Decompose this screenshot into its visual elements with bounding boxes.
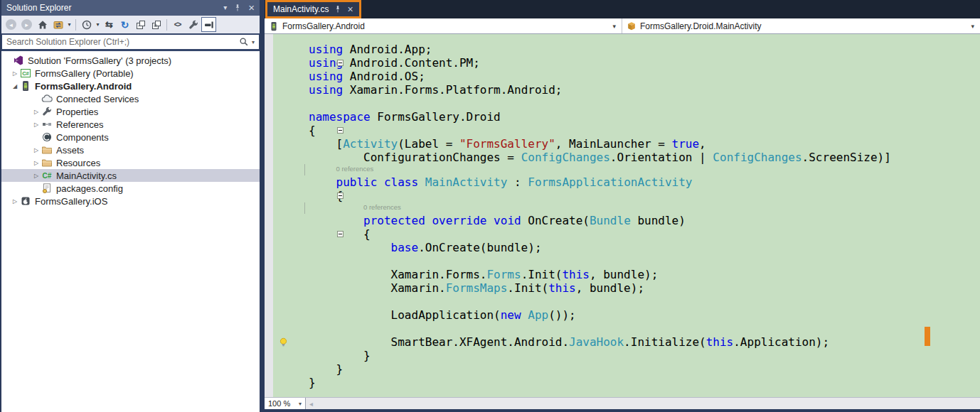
collapse-all-button[interactable] <box>133 17 148 32</box>
tree-item-components[interactable]: Components <box>1 131 260 143</box>
code-token: : <box>507 175 528 189</box>
codelens-label[interactable]: 0 references <box>336 165 374 173</box>
view-code-button[interactable]: <> <box>170 17 185 32</box>
code-token: class <box>384 175 418 189</box>
code-line-23[interactable]: SmartBear.XFAgent.Android.JavaHook.Initi… <box>273 335 980 349</box>
code-token <box>486 214 494 227</box>
tree-item-solution-formsgallery-3-projects[interactable]: Solution 'FormsGallery' (3 projects) <box>1 54 260 67</box>
code-token: .Orientation | <box>610 151 713 164</box>
code-line-12[interactable]: { <box>273 189 980 202</box>
window-position-dropdown-icon[interactable]: ▾ <box>223 4 227 11</box>
code-line-8[interactable]: [Activity(Label = "FormsGallery", MainLa… <box>273 137 980 151</box>
refresh-button[interactable]: ↻ <box>117 17 132 32</box>
close-icon[interactable]: × <box>248 4 255 12</box>
expander-collapsed-icon[interactable]: ▷ <box>31 121 41 128</box>
switch-views-button[interactable]: ⇆ <box>102 17 117 32</box>
codelens-references[interactable]: 0 references <box>273 164 980 175</box>
tree-item-connected-services[interactable]: Connected Services <box>1 92 260 105</box>
tree-item-packages-config[interactable]: packages.config <box>1 182 260 195</box>
code-line-25[interactable]: } <box>273 362 980 376</box>
panel-splitter[interactable] <box>260 0 265 412</box>
pin-icon[interactable] <box>334 5 342 13</box>
expander-expanded-icon[interactable]: ◢ <box>10 83 20 90</box>
code-line-4[interactable]: using Xamarin.Forms.Platform.Android; <box>273 83 980 97</box>
code-line-18[interactable]: Xamarin.Forms.Forms.Init(this, bundle); <box>273 268 980 281</box>
code-token: .Init( <box>521 268 563 281</box>
fold-guide-line <box>304 202 305 214</box>
forward-button[interactable]: ▸ <box>19 17 34 32</box>
code-token: override <box>432 214 486 227</box>
preview-selected-items-button[interactable] <box>201 17 216 32</box>
code-line-21[interactable]: LoadApplication(new App()); <box>273 308 980 322</box>
tab-mainactivity[interactable]: MainActivity.cs × <box>265 0 361 18</box>
expander-collapsed-icon[interactable]: ▷ <box>31 160 41 166</box>
csfile-icon <box>41 170 53 181</box>
search-icon[interactable] <box>239 37 249 47</box>
code-token: using <box>309 83 343 97</box>
type-dropdown[interactable]: FormsGallery.Droid.MainActivity ▾ <box>622 18 980 33</box>
code-line-11[interactable]: public class MainActivity : FormsApplica… <box>273 175 980 189</box>
code-line-19[interactable]: Xamarin.FormsMaps.Init(this, bundle); <box>273 281 980 295</box>
horizontal-scrollbar[interactable]: ◂ <box>306 398 980 409</box>
scroll-left-icon[interactable]: ◂ <box>309 400 313 408</box>
code-line-7[interactable]: { <box>273 124 980 137</box>
fold-collapse-box[interactable] <box>337 193 343 199</box>
code-line-22[interactable] <box>273 322 980 335</box>
code-line-1[interactable]: using Android.App; <box>273 43 980 56</box>
home-button[interactable] <box>35 17 50 32</box>
expander-collapsed-icon[interactable]: ▷ <box>31 147 41 153</box>
expander-collapsed-icon[interactable]: ▷ <box>10 198 20 205</box>
tree-item-properties[interactable]: ▷Properties <box>1 105 260 118</box>
solution-explorer-titlebar[interactable]: Solution Explorer ▾ × <box>1 0 260 16</box>
code-line-2[interactable]: using Android.Content.PM; <box>273 56 980 70</box>
fold-collapse-box[interactable] <box>337 231 343 237</box>
code-line-26[interactable]: } <box>273 376 980 389</box>
pin-icon[interactable] <box>233 4 242 12</box>
fold-collapse-box[interactable] <box>337 127 343 134</box>
code-line-3[interactable]: using Android.OS; <box>273 70 980 83</box>
back-button[interactable]: ◂ <box>4 17 18 32</box>
code-line-14[interactable]: protected override void OnCreate(Bundle … <box>273 214 980 227</box>
zoom-selector[interactable]: 100 % ▾ <box>265 398 306 409</box>
code-line-16[interactable]: base.OnCreate(bundle); <box>273 241 980 254</box>
close-icon[interactable]: × <box>347 5 353 13</box>
search-input[interactable]: Search Solution Explorer (Ctrl+;) ▾ <box>2 35 259 49</box>
chevron-down-icon[interactable]: ▾ <box>66 21 73 28</box>
code-line-24[interactable]: } <box>273 349 980 362</box>
sync-with-active-document-button[interactable] <box>50 17 65 32</box>
tree-item-label: Assets <box>56 145 84 156</box>
tree-item-references[interactable]: ▷References <box>1 118 260 131</box>
chevron-down-icon[interactable]: ▾ <box>252 39 255 45</box>
fold-collapse-box[interactable] <box>337 60 343 66</box>
tree-item-mainactivity-cs[interactable]: ▷MainActivity.cs <box>1 169 260 182</box>
code-line-20[interactable] <box>273 295 980 308</box>
tree-item-resources[interactable]: ▷Resources <box>1 156 260 169</box>
code-line-6[interactable]: namespace FormsGallery.Droid <box>273 110 980 124</box>
code-token: ConfigChanges <box>521 151 610 164</box>
codelens-label[interactable]: 0 references <box>363 203 401 211</box>
expander-collapsed-icon[interactable]: ▷ <box>10 70 20 77</box>
code-token: App <box>528 308 548 322</box>
tree-item-label: FormsGallery.Android <box>35 81 132 92</box>
show-all-files-button[interactable] <box>149 17 164 32</box>
code-line-17[interactable] <box>273 254 980 268</box>
tree-item-assets[interactable]: ▷Assets <box>1 143 260 156</box>
tree-item-formsgallery-android[interactable]: ◢FormsGallery.Android <box>1 80 260 92</box>
code-token: { <box>309 124 316 137</box>
project-dropdown[interactable]: FormsGallery.Android ▾ <box>265 18 622 33</box>
expander-collapsed-icon[interactable]: ▷ <box>31 109 41 115</box>
chevron-down-icon[interactable]: ▾ <box>95 21 101 28</box>
preview-icon <box>203 19 215 31</box>
tree-item-formsgallery-portable[interactable]: ▷FormsGallery (Portable) <box>1 67 260 80</box>
tree-item-label: Components <box>56 132 109 143</box>
code-line-15[interactable]: { <box>273 227 980 241</box>
tree-item-formsgallery-ios[interactable]: ▷FormsGallery.iOS <box>1 195 260 207</box>
expander-collapsed-icon[interactable]: ▷ <box>31 173 41 179</box>
properties-button[interactable] <box>186 17 201 32</box>
codelens-references[interactable]: 0 references <box>273 202 980 214</box>
pending-changes-filter-button[interactable] <box>79 17 94 32</box>
code-line-5[interactable] <box>273 97 980 110</box>
code-line-9[interactable]: ConfigurationChanges = ConfigChanges.Ori… <box>273 151 980 164</box>
back-icon: ◂ <box>6 19 16 30</box>
tree-item-label: MainActivity.cs <box>56 170 117 181</box>
